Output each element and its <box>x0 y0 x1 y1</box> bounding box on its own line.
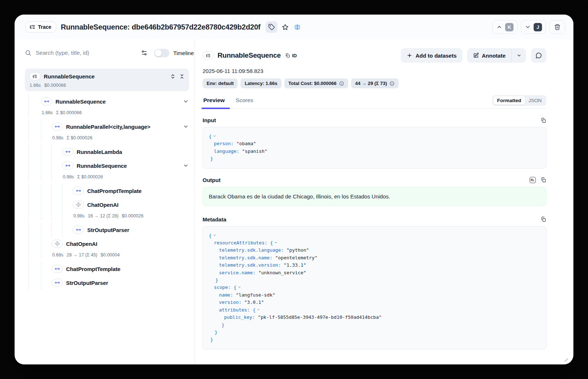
root-node-metrics: 1.66s $0.000066 <box>29 83 185 88</box>
tree-node[interactable]: RunnableSequence <box>28 94 195 108</box>
delete-trace-button[interactable] <box>549 20 565 34</box>
star-icon <box>282 24 289 31</box>
tree-indent-guide <box>28 108 41 117</box>
metadata-json: {resourceAttributes: {telemetry.sdk.lang… <box>203 226 546 349</box>
input-section-label: Input <box>203 117 216 123</box>
trace-window: Trace RunnableSequence: dbe646b2b67957d2… <box>15 15 573 364</box>
tree-node[interactable]: StrOutputParser <box>28 223 195 237</box>
json-line: } <box>209 329 540 336</box>
collapse-json-icon[interactable] <box>213 133 216 140</box>
copy-id-button[interactable]: ID <box>285 53 297 58</box>
preview-content: Input {person: "obama"language: "spanish… <box>203 117 546 349</box>
search-icon <box>25 50 31 56</box>
annotate-menu-button[interactable] <box>511 48 526 63</box>
trace-title: RunnableSequence: dbe646b2b67957d22e8780… <box>61 23 261 31</box>
plus-icon <box>407 53 412 58</box>
tree-node-label: StrOutputParser <box>66 280 108 286</box>
bookmark-star-button[interactable] <box>280 21 291 33</box>
expand-all-icon[interactable] <box>170 74 176 79</box>
markdown-toggle-icon[interactable]: M↓ <box>530 177 536 183</box>
tree-indent-guide <box>28 212 41 220</box>
tree-indent-guide <box>41 212 51 220</box>
tree-indent-guide <box>41 251 51 259</box>
next-trace-button[interactable]: J <box>521 20 546 34</box>
json-line: public_key: "pk-lf-5855d85e-3943-497e-bd… <box>209 314 540 321</box>
root-cost: $0.000066 <box>45 83 66 88</box>
tree-node-label: RunnableSequence <box>77 163 127 169</box>
tree-indent-guide <box>41 198 51 212</box>
add-to-datasets-button[interactable]: Add to datasets <box>401 48 462 63</box>
metadata-section-label: Metadata <box>203 216 226 223</box>
tree-indent-guide <box>41 134 51 142</box>
collapse-json-icon[interactable] <box>274 239 278 247</box>
json-line: } <box>209 155 540 162</box>
tree-indent-guide <box>28 120 41 134</box>
tree-indent-guide <box>41 262 51 276</box>
format-toggle: Formatted JSON <box>492 95 546 106</box>
span-icon <box>41 97 52 105</box>
edit-pencil-icon <box>473 53 479 58</box>
chevron-up-icon <box>496 24 502 30</box>
tree-node-label: RunnableParallel<city,language> <box>66 124 150 130</box>
collapse-json-icon[interactable] <box>238 284 241 291</box>
metric-badge: 44 → 29 (Σ 73) <box>351 78 399 88</box>
tree-indent-guide <box>41 159 51 173</box>
metric-badge: Env: default <box>203 78 238 88</box>
tree-node[interactable]: StrOutputParser <box>28 276 195 290</box>
tree-indent-guide <box>41 276 51 290</box>
tab-preview[interactable]: Preview <box>203 97 226 108</box>
tree-node[interactable]: ChatPromptTemplate <box>28 262 195 276</box>
tree-node[interactable]: ChatOpenAI <box>28 237 195 251</box>
chevron-down-icon[interactable] <box>183 124 189 129</box>
span-icon <box>51 279 63 287</box>
tree-indent-guide <box>28 173 41 181</box>
comments-button[interactable] <box>531 48 546 63</box>
annotate-button[interactable]: Annotate <box>467 48 511 63</box>
json-line: language: "spanish" <box>209 148 540 155</box>
search-input[interactable] <box>36 50 141 56</box>
trace-root-node[interactable]: RunnableSequence 1.66s $0.000066 <box>25 69 189 91</box>
tree-indent-guide <box>41 223 51 237</box>
tree-node-metrics: 0.98sΣ $0.000026 <box>28 173 195 181</box>
tree-indent-guide <box>28 184 41 198</box>
info-icon[interactable] <box>389 81 395 86</box>
json-option[interactable]: JSON <box>525 96 545 105</box>
tree-indent-guide <box>41 145 51 159</box>
json-line: attributes: { <box>209 306 540 314</box>
copy-icon[interactable] <box>541 216 546 222</box>
timeline-toggle[interactable] <box>154 49 169 57</box>
filter-sliders-icon[interactable] <box>141 50 147 56</box>
info-icon[interactable] <box>339 81 344 86</box>
annotate-label: Annotate <box>482 53 506 59</box>
tree-indent-guide <box>51 212 62 220</box>
public-globe-icon[interactable] <box>293 23 301 31</box>
tree-node[interactable]: RunnableLambda <box>28 145 195 159</box>
json-line: } <box>209 321 540 329</box>
collapse-all-icon[interactable] <box>179 74 185 79</box>
tree-indent-guide <box>28 262 41 276</box>
tree-indent-guide <box>62 223 73 237</box>
collapse-json-icon[interactable] <box>213 232 216 239</box>
tree-node[interactable]: ChatPromptTemplate <box>28 184 195 198</box>
copy-icon[interactable] <box>541 177 546 183</box>
span-icon <box>62 162 73 170</box>
span-icon <box>62 148 73 156</box>
comment-bubble-icon <box>535 52 542 59</box>
tree-node[interactable]: ChatOpenAI <box>28 198 195 212</box>
formatted-option[interactable]: Formatted <box>493 96 525 105</box>
tree-indent-guide <box>28 159 41 173</box>
trace-tree-sidebar: Timeline RunnableSequence <box>15 39 195 364</box>
chevron-down-icon[interactable] <box>183 163 189 169</box>
tags-button[interactable] <box>266 21 277 33</box>
tree-indent-guide <box>51 184 62 198</box>
tree-node[interactable]: RunnableSequence <box>28 159 195 173</box>
tab-scores[interactable]: Scores <box>235 97 254 108</box>
tree-node[interactable]: RunnableParallel<city,language> <box>28 120 195 134</box>
copy-icon[interactable] <box>541 117 546 123</box>
collapse-json-icon[interactable] <box>257 306 260 314</box>
chevron-down-icon[interactable] <box>183 98 189 104</box>
tree-node-label: ChatOpenAI <box>87 202 119 208</box>
input-json: {person: "obama"language: "spanish"} <box>203 127 546 169</box>
prev-trace-button[interactable]: K <box>492 20 518 34</box>
tree-indent-guide <box>51 198 62 212</box>
